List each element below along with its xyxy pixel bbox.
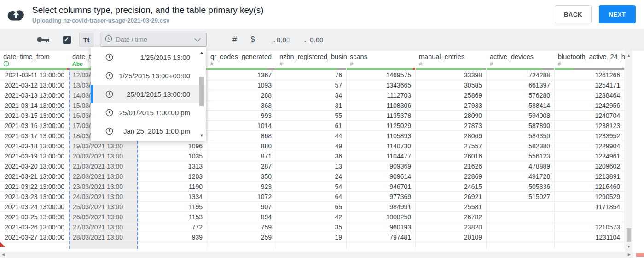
clock-icon (105, 53, 113, 61)
table-cell: 1014 (207, 121, 276, 131)
table-cell: 1469575 (347, 70, 415, 80)
increase-decimal-button[interactable]: →0.00 (270, 36, 290, 44)
table-cell: 1254171 (555, 80, 624, 90)
column-name: qr_codes_generated (210, 53, 276, 60)
column-header[interactable]: nzbn_registered_busine# (276, 51, 347, 68)
horizontal-scrollbar: ◀ ▶ (0, 252, 633, 258)
table-cell: 25869 (416, 90, 486, 100)
table-cell: 25/03/2021 13:00 (70, 202, 137, 212)
table-cell: 259 (207, 232, 276, 242)
table-cell: 26/03/2021 13:00 (70, 212, 137, 222)
table-cell: 65 (276, 202, 346, 212)
table-cell: 2021-03-19 13:00:00 (0, 151, 69, 161)
table-cell: 34 (276, 90, 346, 100)
column-header[interactable]: manual_entries# (416, 51, 487, 68)
clock-icon (105, 35, 112, 42)
table-cell: 909614 (347, 171, 415, 182)
table-cell: 491728 (487, 171, 554, 182)
table-cell: 23820 (416, 222, 486, 232)
table-cell: 24 (276, 171, 346, 182)
table-cell: 880 (207, 141, 276, 151)
table-cell: 1290529 (555, 192, 624, 202)
table-cell: 868 (207, 131, 276, 141)
table-cell: 2021-03-12 13:00:00 (0, 80, 69, 90)
clock-icon (105, 90, 113, 98)
table-cell: 1125029 (347, 121, 415, 131)
column-header[interactable]: scans# (347, 51, 416, 68)
column-header[interactable]: active_devices# (487, 51, 555, 68)
table-cell: 54 (276, 182, 346, 192)
primary-key-icon[interactable] (37, 36, 49, 43)
table-cell: 1008250 (347, 212, 415, 222)
table-cell: 594008 (487, 111, 554, 121)
table-cell: 27933 (416, 100, 486, 111)
error-flag-triangle (0, 242, 5, 247)
type-menu-items: 1/25/2015 13:001/25/2015 13:00+03:0025/0… (91, 48, 206, 140)
type-dropdown[interactable]: Date / time (100, 33, 207, 47)
type-menu-item[interactable]: Jan 25, 2015 1:00 pm (91, 122, 206, 140)
type-label-hash: # (350, 61, 416, 68)
numeric-type-button[interactable]: # (232, 35, 237, 44)
table-cell: 2021-03-27 13:00:00 (0, 232, 69, 242)
table-cell: 515027 (487, 192, 554, 202)
type-menu-item[interactable]: 25/01/2015 13:00:00 (91, 85, 206, 103)
table-cell: 2021-03-16 13:00:00 (0, 121, 69, 131)
table-cell: 30585 (416, 80, 486, 90)
chevron-down-icon (194, 35, 201, 42)
scroll-down-icon[interactable]: ▼ (625, 245, 632, 249)
table-cell: 584350 (487, 131, 554, 141)
table-cell: 1238464 (555, 90, 624, 100)
type-menu-item[interactable]: 1/25/2015 13:00 (91, 48, 206, 66)
table-cell: 27/03/2021 13:00 (70, 222, 137, 232)
table-cell: 31 (276, 100, 346, 111)
column-body: 1367109328836399310148688808712873509231… (207, 68, 276, 249)
table-cell (138, 242, 207, 249)
table-cell: 1171854 (555, 202, 624, 212)
menu-scroll-up-icon[interactable]: ▲ (198, 50, 205, 55)
table-cell: 26921 (416, 192, 486, 202)
vertical-scroll-thumb[interactable] (627, 228, 631, 242)
table-cell: 1231104 (555, 232, 624, 242)
next-button[interactable]: NEXT (599, 5, 636, 23)
table-cell: 939 (138, 232, 207, 242)
table-cell: 24/03/2021 13:00 (70, 192, 137, 202)
back-button[interactable]: BACK (555, 5, 592, 23)
table-cell: 28090 (416, 111, 486, 121)
table-cell: 2021-03-20 13:00:00 (0, 161, 69, 171)
table-cell: 946701 (347, 182, 415, 192)
scroll-left-icon[interactable]: ◀ (2, 252, 5, 258)
table-cell (347, 242, 415, 249)
table-cell: 19/03/2021 13:00 (70, 141, 137, 151)
table-cell: 26782 (416, 212, 486, 222)
table-cell: 661397 (487, 80, 554, 90)
column-header[interactable]: date_time_from (0, 51, 69, 68)
scroll-right-icon[interactable]: ▶ (628, 252, 631, 258)
column-body: 2021-03-11 13:00:002021-03-12 13:00:0020… (0, 68, 69, 249)
scroll-up-icon[interactable]: ▲ (625, 53, 632, 58)
decrease-decimal-button[interactable]: ←0.00 (303, 36, 323, 44)
column-header[interactable]: qr_codes_generated# (207, 51, 276, 68)
table-cell: 1105893 (347, 131, 415, 141)
menu-scroll-thumb[interactable] (199, 77, 204, 106)
table-cell: 28069 (416, 131, 486, 141)
table-cell: 1153 (138, 212, 207, 222)
table-cell: 36 (276, 151, 346, 161)
text-type-button[interactable]: Tt (79, 33, 93, 47)
menu-scrollbar: ▲ ▼ (198, 49, 205, 139)
table-cell: 505836 (487, 182, 554, 192)
table-cell: 23/03/2021 13:00 (70, 182, 137, 192)
table-cell: 42 (276, 212, 346, 222)
type-label-hash: # (279, 61, 347, 68)
table-cell: 25581 (416, 202, 486, 212)
currency-type-button[interactable]: $ (250, 35, 255, 44)
table-cell: 2021-03-25 13:00:00 (0, 212, 69, 222)
type-menu-item[interactable]: 25/01/2015 1:00:00 pm (91, 103, 206, 122)
menu-scroll-down-icon[interactable]: ▼ (198, 133, 205, 138)
page-subtitle: Uploading nz-covid-tracer-usage-2021-03-… (32, 17, 555, 24)
include-column-checkbox[interactable] (63, 36, 71, 44)
table-cell: 797481 (347, 232, 415, 242)
column-header[interactable]: bluetooth_active_24_hr_# (555, 51, 625, 68)
table-cell (487, 202, 554, 212)
type-menu-item[interactable]: 1/25/2015 13:00+03:00 (91, 66, 206, 85)
table-cell: 907 (207, 202, 276, 212)
